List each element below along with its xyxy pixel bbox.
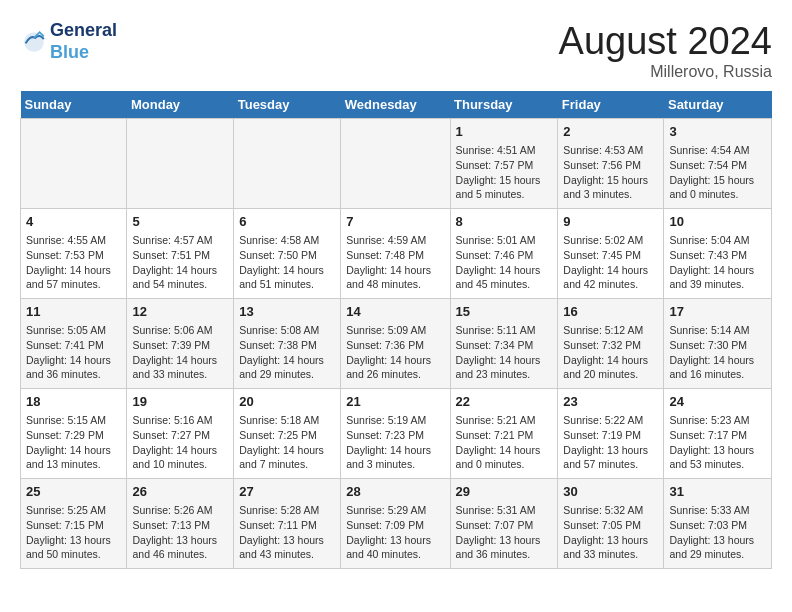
- logo-text: General Blue: [50, 20, 117, 63]
- calendar-cell: 22Sunrise: 5:21 AM Sunset: 7:21 PM Dayli…: [450, 389, 558, 479]
- day-number: 9: [563, 213, 658, 231]
- day-info: Sunrise: 5:08 AM Sunset: 7:38 PM Dayligh…: [239, 323, 335, 382]
- day-info: Sunrise: 4:58 AM Sunset: 7:50 PM Dayligh…: [239, 233, 335, 292]
- calendar-cell: 2Sunrise: 4:53 AM Sunset: 7:56 PM Daylig…: [558, 119, 664, 209]
- calendar-cell: 14Sunrise: 5:09 AM Sunset: 7:36 PM Dayli…: [341, 299, 450, 389]
- day-info: Sunrise: 5:25 AM Sunset: 7:15 PM Dayligh…: [26, 503, 121, 562]
- day-info: Sunrise: 5:09 AM Sunset: 7:36 PM Dayligh…: [346, 323, 444, 382]
- calendar-cell: 23Sunrise: 5:22 AM Sunset: 7:19 PM Dayli…: [558, 389, 664, 479]
- calendar-cell: 16Sunrise: 5:12 AM Sunset: 7:32 PM Dayli…: [558, 299, 664, 389]
- calendar-cell: [127, 119, 234, 209]
- day-number: 17: [669, 303, 766, 321]
- calendar-cell: 17Sunrise: 5:14 AM Sunset: 7:30 PM Dayli…: [664, 299, 772, 389]
- day-number: 4: [26, 213, 121, 231]
- weekday-header-wednesday: Wednesday: [341, 91, 450, 119]
- calendar-week-row: 25Sunrise: 5:25 AM Sunset: 7:15 PM Dayli…: [21, 479, 772, 569]
- weekday-header-sunday: Sunday: [21, 91, 127, 119]
- day-number: 27: [239, 483, 335, 501]
- day-number: 1: [456, 123, 553, 141]
- day-number: 23: [563, 393, 658, 411]
- title-block: August 2024 Millerovo, Russia: [559, 20, 772, 81]
- calendar-cell: [234, 119, 341, 209]
- day-info: Sunrise: 4:51 AM Sunset: 7:57 PM Dayligh…: [456, 143, 553, 202]
- day-number: 20: [239, 393, 335, 411]
- calendar-cell: 27Sunrise: 5:28 AM Sunset: 7:11 PM Dayli…: [234, 479, 341, 569]
- day-number: 12: [132, 303, 228, 321]
- weekday-header-tuesday: Tuesday: [234, 91, 341, 119]
- day-number: 8: [456, 213, 553, 231]
- calendar-week-row: 1Sunrise: 4:51 AM Sunset: 7:57 PM Daylig…: [21, 119, 772, 209]
- month-year: August 2024: [559, 20, 772, 63]
- calendar-cell: 10Sunrise: 5:04 AM Sunset: 7:43 PM Dayli…: [664, 209, 772, 299]
- day-info: Sunrise: 5:29 AM Sunset: 7:09 PM Dayligh…: [346, 503, 444, 562]
- calendar-cell: 15Sunrise: 5:11 AM Sunset: 7:34 PM Dayli…: [450, 299, 558, 389]
- calendar-cell: 25Sunrise: 5:25 AM Sunset: 7:15 PM Dayli…: [21, 479, 127, 569]
- calendar-cell: 21Sunrise: 5:19 AM Sunset: 7:23 PM Dayli…: [341, 389, 450, 479]
- day-info: Sunrise: 5:19 AM Sunset: 7:23 PM Dayligh…: [346, 413, 444, 472]
- day-info: Sunrise: 5:15 AM Sunset: 7:29 PM Dayligh…: [26, 413, 121, 472]
- calendar-cell: 29Sunrise: 5:31 AM Sunset: 7:07 PM Dayli…: [450, 479, 558, 569]
- calendar-cell: 11Sunrise: 5:05 AM Sunset: 7:41 PM Dayli…: [21, 299, 127, 389]
- day-info: Sunrise: 5:01 AM Sunset: 7:46 PM Dayligh…: [456, 233, 553, 292]
- day-number: 21: [346, 393, 444, 411]
- calendar-cell: 5Sunrise: 4:57 AM Sunset: 7:51 PM Daylig…: [127, 209, 234, 299]
- day-number: 14: [346, 303, 444, 321]
- day-info: Sunrise: 5:06 AM Sunset: 7:39 PM Dayligh…: [132, 323, 228, 382]
- day-number: 7: [346, 213, 444, 231]
- logo: General Blue: [20, 20, 117, 63]
- calendar-cell: 12Sunrise: 5:06 AM Sunset: 7:39 PM Dayli…: [127, 299, 234, 389]
- location: Millerovo, Russia: [559, 63, 772, 81]
- day-number: 10: [669, 213, 766, 231]
- day-number: 26: [132, 483, 228, 501]
- calendar-cell: 13Sunrise: 5:08 AM Sunset: 7:38 PM Dayli…: [234, 299, 341, 389]
- day-info: Sunrise: 5:21 AM Sunset: 7:21 PM Dayligh…: [456, 413, 553, 472]
- calendar-week-row: 4Sunrise: 4:55 AM Sunset: 7:53 PM Daylig…: [21, 209, 772, 299]
- calendar-cell: [341, 119, 450, 209]
- calendar-cell: 28Sunrise: 5:29 AM Sunset: 7:09 PM Dayli…: [341, 479, 450, 569]
- day-info: Sunrise: 4:54 AM Sunset: 7:54 PM Dayligh…: [669, 143, 766, 202]
- calendar-cell: 24Sunrise: 5:23 AM Sunset: 7:17 PM Dayli…: [664, 389, 772, 479]
- page-header: General Blue August 2024 Millerovo, Russ…: [20, 20, 772, 81]
- day-number: 28: [346, 483, 444, 501]
- calendar-body: 1Sunrise: 4:51 AM Sunset: 7:57 PM Daylig…: [21, 119, 772, 569]
- day-info: Sunrise: 5:23 AM Sunset: 7:17 PM Dayligh…: [669, 413, 766, 472]
- calendar-cell: 4Sunrise: 4:55 AM Sunset: 7:53 PM Daylig…: [21, 209, 127, 299]
- day-number: 24: [669, 393, 766, 411]
- day-number: 22: [456, 393, 553, 411]
- day-info: Sunrise: 4:57 AM Sunset: 7:51 PM Dayligh…: [132, 233, 228, 292]
- day-number: 30: [563, 483, 658, 501]
- weekday-header-thursday: Thursday: [450, 91, 558, 119]
- day-info: Sunrise: 5:05 AM Sunset: 7:41 PM Dayligh…: [26, 323, 121, 382]
- day-info: Sunrise: 4:53 AM Sunset: 7:56 PM Dayligh…: [563, 143, 658, 202]
- day-number: 29: [456, 483, 553, 501]
- calendar-cell: 20Sunrise: 5:18 AM Sunset: 7:25 PM Dayli…: [234, 389, 341, 479]
- calendar-cell: [21, 119, 127, 209]
- day-info: Sunrise: 5:18 AM Sunset: 7:25 PM Dayligh…: [239, 413, 335, 472]
- day-info: Sunrise: 5:11 AM Sunset: 7:34 PM Dayligh…: [456, 323, 553, 382]
- logo-icon: [20, 28, 48, 56]
- day-info: Sunrise: 5:02 AM Sunset: 7:45 PM Dayligh…: [563, 233, 658, 292]
- day-number: 15: [456, 303, 553, 321]
- day-info: Sunrise: 5:31 AM Sunset: 7:07 PM Dayligh…: [456, 503, 553, 562]
- calendar-cell: 30Sunrise: 5:32 AM Sunset: 7:05 PM Dayli…: [558, 479, 664, 569]
- calendar-header: SundayMondayTuesdayWednesdayThursdayFrid…: [21, 91, 772, 119]
- weekday-header-saturday: Saturday: [664, 91, 772, 119]
- calendar-cell: 18Sunrise: 5:15 AM Sunset: 7:29 PM Dayli…: [21, 389, 127, 479]
- calendar-week-row: 18Sunrise: 5:15 AM Sunset: 7:29 PM Dayli…: [21, 389, 772, 479]
- weekday-header-friday: Friday: [558, 91, 664, 119]
- day-number: 18: [26, 393, 121, 411]
- weekday-header-monday: Monday: [127, 91, 234, 119]
- day-info: Sunrise: 5:28 AM Sunset: 7:11 PM Dayligh…: [239, 503, 335, 562]
- day-info: Sunrise: 5:12 AM Sunset: 7:32 PM Dayligh…: [563, 323, 658, 382]
- day-info: Sunrise: 4:55 AM Sunset: 7:53 PM Dayligh…: [26, 233, 121, 292]
- day-info: Sunrise: 5:14 AM Sunset: 7:30 PM Dayligh…: [669, 323, 766, 382]
- calendar-cell: 6Sunrise: 4:58 AM Sunset: 7:50 PM Daylig…: [234, 209, 341, 299]
- day-number: 13: [239, 303, 335, 321]
- day-info: Sunrise: 5:04 AM Sunset: 7:43 PM Dayligh…: [669, 233, 766, 292]
- calendar-cell: 3Sunrise: 4:54 AM Sunset: 7:54 PM Daylig…: [664, 119, 772, 209]
- day-info: Sunrise: 5:22 AM Sunset: 7:19 PM Dayligh…: [563, 413, 658, 472]
- calendar-cell: 7Sunrise: 4:59 AM Sunset: 7:48 PM Daylig…: [341, 209, 450, 299]
- day-info: Sunrise: 5:26 AM Sunset: 7:13 PM Dayligh…: [132, 503, 228, 562]
- calendar-cell: 19Sunrise: 5:16 AM Sunset: 7:27 PM Dayli…: [127, 389, 234, 479]
- day-number: 11: [26, 303, 121, 321]
